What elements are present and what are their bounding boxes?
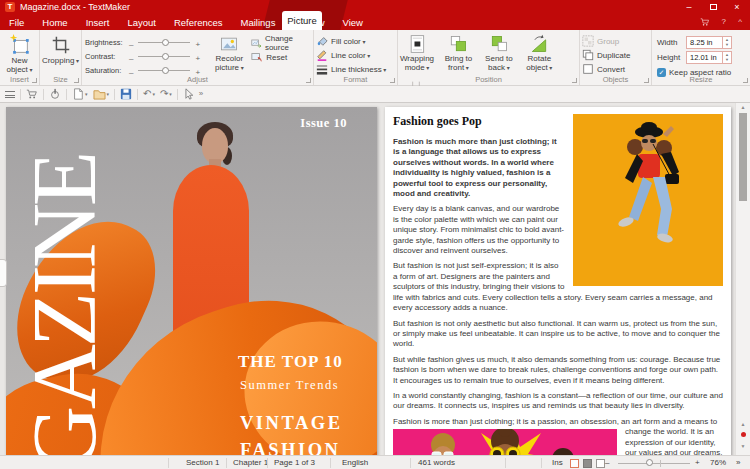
group-button[interactable]: Group [580, 34, 651, 48]
height-value[interactable]: 12.01 in [687, 52, 722, 63]
zoom-out-button[interactable]: – [605, 458, 609, 468]
shop-button[interactable] [26, 88, 38, 100]
save-button[interactable] [120, 88, 132, 100]
group-label-format: Format [314, 75, 397, 84]
view-mode-continuous-button[interactable] [583, 459, 592, 468]
brightness-knob[interactable] [162, 39, 169, 46]
tab-file[interactable]: File [0, 14, 33, 30]
status-more-button[interactable]: » [736, 458, 740, 468]
zoom-in-button[interactable]: + [695, 458, 700, 468]
status-separator [168, 458, 169, 468]
bring-to-front-icon [448, 34, 468, 54]
dropdown-caret: ▾ [85, 91, 88, 97]
status-separator [226, 458, 227, 468]
saturation-knob[interactable] [162, 67, 169, 74]
status-separator [541, 458, 542, 468]
scrollbar-thumb[interactable] [739, 113, 747, 201]
article-last-paragraph: Fashion is more than just clothing; it i… [393, 417, 723, 455]
zoom-slider-track[interactable] [618, 463, 690, 464]
group-position: Wrapping mode Bring to front Send to bac… [398, 30, 580, 85]
new-object-button[interactable]: New object [0, 32, 39, 78]
tab-insert[interactable]: Insert [77, 14, 119, 30]
width-spinner[interactable]: 8.25 in ▲▼ [686, 36, 732, 49]
undo-button[interactable]: ↶▾ [143, 89, 155, 99]
reset-button[interactable]: Reset [249, 50, 313, 64]
status-section[interactable]: Section 1 [186, 458, 219, 468]
status-language[interactable]: English [342, 458, 368, 468]
tab-picture-active[interactable]: Picture [282, 11, 322, 30]
tab-home[interactable]: Home [33, 14, 76, 30]
titlebar[interactable]: T Magazine.docx - TextMaker – × [0, 0, 750, 14]
toolbar-separator [114, 89, 115, 100]
tab-view[interactable]: View [334, 14, 372, 30]
duplicate-icon [582, 49, 594, 61]
toolbar-more-button[interactable]: » [199, 89, 203, 99]
width-value[interactable]: 8.25 in [687, 37, 722, 48]
bring-to-front-button[interactable]: Bring to front [440, 32, 476, 78]
saturation-slider[interactable] [138, 70, 190, 71]
toolbar-separator [137, 89, 138, 100]
status-insert-mode[interactable]: Ins [552, 458, 563, 468]
height-spinner[interactable]: 12.01 in ▲▼ [686, 51, 732, 64]
send-to-back-button[interactable]: Send to back [481, 32, 517, 78]
textmaker-app-icon: T [5, 2, 15, 12]
view-mode-fullscreen-button[interactable] [596, 459, 605, 468]
brightness-slider[interactable] [138, 42, 190, 43]
minimize-button[interactable]: – [680, 1, 698, 13]
browse-object-button[interactable] [741, 432, 746, 437]
touch-mode-button[interactable] [49, 88, 61, 100]
open-document-button[interactable]: ▾ [93, 88, 110, 100]
status-word-count[interactable]: 461 words [418, 458, 455, 468]
vertical-scrollbar[interactable]: ▲ ▲ ▼ [735, 103, 750, 455]
page-cover[interactable]: MAGAZINE Issue 10 THE TOP 10 Summer Tren… [6, 107, 377, 455]
new-object-label: New object [0, 57, 39, 74]
new-document-button[interactable]: ▾ [72, 88, 88, 100]
view-mode-normal-button[interactable] [570, 459, 579, 468]
select-tool-button[interactable] [183, 88, 194, 100]
shop-cart-icon[interactable] [700, 17, 710, 31]
collapse-ribbon-icon[interactable]: ^ [738, 16, 742, 28]
wrapping-mode-button[interactable]: Wrapping mode [398, 32, 436, 78]
help-icon[interactable]: ? [722, 16, 726, 28]
contrast-slider[interactable] [138, 56, 190, 57]
hamburger-icon [5, 91, 15, 98]
pop-art-photo[interactable] [393, 429, 617, 455]
page-article[interactable]: Fashion goes Pop Fashion is much more th… [385, 107, 731, 455]
status-chapter[interactable]: Chapter 1 [233, 458, 268, 468]
convert-button[interactable]: Convert [580, 62, 651, 76]
document-area[interactable]: MAGAZINE Issue 10 THE TOP 10 Summer Tren… [0, 103, 750, 455]
line-color-button[interactable]: Line color [314, 48, 397, 62]
title-menu-bar: T Magazine.docx - TextMaker – × File Hom… [0, 0, 750, 30]
tab-mailings[interactable]: Mailings [232, 14, 285, 30]
recolor-picture-button[interactable]: Recolor picture [209, 32, 249, 78]
change-source-icon [251, 37, 262, 49]
change-source-button[interactable]: Change source [249, 36, 313, 50]
cover-photo[interactable]: MAGAZINE Issue 10 THE TOP 10 Summer Tren… [6, 107, 377, 455]
cropping-button[interactable]: Cropping [40, 32, 81, 78]
fill-color-button[interactable]: Fill color [314, 34, 397, 48]
zoom-slider-knob[interactable] [646, 459, 653, 466]
close-button[interactable]: × [728, 1, 746, 13]
group-label-resize: Resize [652, 75, 750, 84]
status-page[interactable]: Page 1 of 3 [274, 458, 315, 468]
group-adjust: Brightness: Contrast: Saturation: [82, 30, 314, 85]
rotate-object-button[interactable]: Rotate object [521, 32, 557, 78]
line-thickness-button[interactable]: Line thickness [314, 62, 397, 76]
duplicate-button[interactable]: Duplicate [580, 48, 651, 62]
redo-button[interactable]: ↷▾ [160, 89, 172, 99]
next-page-button[interactable]: ▼ [736, 443, 750, 449]
height-spin-arrows[interactable]: ▲▼ [722, 52, 731, 63]
tab-references[interactable]: References [165, 14, 232, 30]
contrast-knob[interactable] [162, 53, 169, 60]
tab-layout[interactable]: Layout [118, 14, 165, 30]
zoom-level[interactable]: 76% [710, 458, 726, 468]
sidebar-grip-handle[interactable] [0, 259, 7, 287]
width-spin-arrows[interactable]: ▲▼ [722, 37, 731, 48]
previous-page-button[interactable]: ▲ [736, 421, 750, 427]
brightness-label: Brightness: [85, 38, 129, 47]
scroll-up-arrow-icon[interactable]: ▲ [736, 104, 750, 110]
group-format: Fill color Line color Line thickness For… [314, 30, 398, 85]
maximize-button[interactable] [704, 1, 722, 13]
sidebar-toggle-button[interactable] [5, 91, 15, 98]
street-style-photo[interactable] [573, 114, 723, 286]
